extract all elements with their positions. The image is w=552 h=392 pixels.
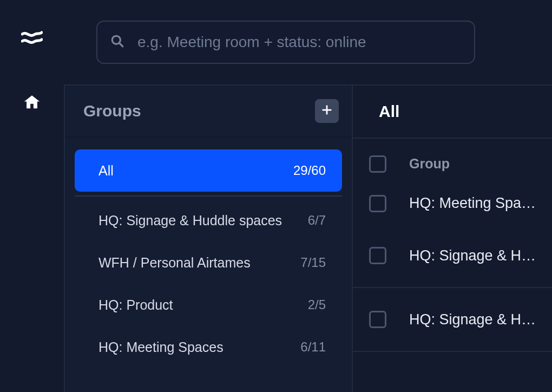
svg-line-1 xyxy=(120,43,123,47)
group-label: All xyxy=(98,163,114,179)
group-count: 7/15 xyxy=(300,255,326,270)
main-area: Groups All 29/60 HQ: Sig xyxy=(64,0,552,392)
search-bar[interactable] xyxy=(96,21,475,64)
group-item[interactable]: HQ: Product 2/5 xyxy=(75,284,342,326)
row-group-label: HQ: Meeting Spac... xyxy=(409,195,539,212)
group-count: 29/60 xyxy=(293,163,326,178)
group-item[interactable]: WFH / Personal Airtames 7/15 xyxy=(75,241,342,284)
group-count: 6/11 xyxy=(300,339,326,355)
row-checkbox[interactable] xyxy=(369,195,386,212)
nav-rail xyxy=(0,0,64,392)
list-rows: HQ: Meeting Spac... HQ: Signage & Hu... … xyxy=(353,192,552,352)
groups-panel: Groups All 29/60 HQ: Sig xyxy=(64,86,353,392)
group-count: 2/5 xyxy=(308,297,326,312)
add-group-button[interactable] xyxy=(315,99,339,123)
group-label: HQ: Signage & Huddle spaces xyxy=(98,213,282,228)
list-row[interactable]: HQ: Signage & Hu... xyxy=(353,224,552,288)
column-header-group: Group xyxy=(409,156,450,172)
row-checkbox[interactable] xyxy=(369,311,386,328)
list-title: All xyxy=(353,86,552,139)
row-checkbox[interactable] xyxy=(369,247,386,264)
groups-header: Groups xyxy=(65,86,352,139)
select-all-checkbox[interactable] xyxy=(369,155,386,173)
group-item-all[interactable]: All 29/60 xyxy=(75,149,342,192)
logo-icon xyxy=(21,30,43,44)
list-table-header: Group xyxy=(353,139,552,192)
content-row: Groups All 29/60 HQ: Sig xyxy=(64,84,552,392)
search-bar-container xyxy=(64,0,475,84)
group-label: WFH / Personal Airtames xyxy=(98,255,251,271)
plus-icon xyxy=(321,104,333,118)
home-icon[interactable] xyxy=(23,93,41,112)
group-item[interactable]: HQ: Signage & Huddle spaces 6/7 xyxy=(75,199,342,241)
group-count: 6/7 xyxy=(308,213,326,228)
list-row[interactable]: HQ: Meeting Spac... xyxy=(353,192,552,224)
list-row[interactable]: HQ: Signage & Hu... xyxy=(353,288,552,352)
group-label: HQ: Meeting Spaces xyxy=(98,339,224,355)
search-input[interactable] xyxy=(137,34,461,51)
groups-list: All 29/60 HQ: Signage & Huddle spaces 6/… xyxy=(65,139,352,368)
group-separator xyxy=(75,195,342,197)
search-icon xyxy=(110,34,124,50)
row-group-label: HQ: Signage & Hu... xyxy=(409,311,539,328)
row-group-label: HQ: Signage & Hu... xyxy=(409,247,539,264)
groups-title: Groups xyxy=(83,102,141,120)
list-panel: All Group HQ: Meeting Spac... HQ: Signag… xyxy=(353,86,552,392)
group-item[interactable]: HQ: Meeting Spaces 6/11 xyxy=(75,326,342,368)
group-label: HQ: Product xyxy=(98,297,173,313)
